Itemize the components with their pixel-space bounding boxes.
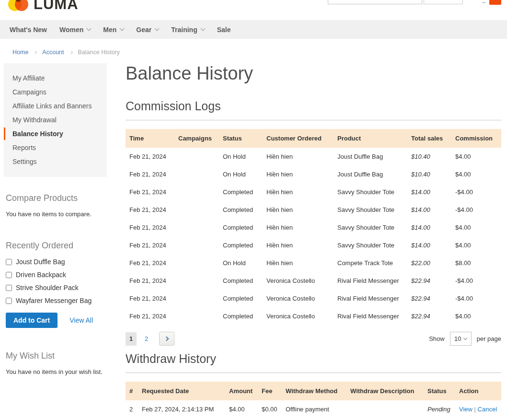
cancel-action-link[interactable]: Cancel xyxy=(478,406,497,413)
cell-campaigns xyxy=(174,183,219,201)
cell-total-sales: $22.94 xyxy=(407,307,451,325)
cell-commission: $8.00 xyxy=(451,254,501,272)
cart-icon[interactable]: ‥ xyxy=(482,0,487,4)
cell-campaigns xyxy=(174,165,219,183)
cell-product: Compete Track Tote xyxy=(334,254,407,272)
nav-item-label: Men xyxy=(103,26,116,34)
sidebar-item-my-withdrawal[interactable]: My Withdrawal xyxy=(4,114,107,126)
cell-status: Completed xyxy=(219,219,263,236)
cell-customer: Hiền hien xyxy=(263,201,334,219)
cell-product: Savvy Shoulder Tote xyxy=(334,183,407,201)
cell-time: Feb 21, 2024 xyxy=(126,219,174,236)
cell-total-sales: $10.40 xyxy=(407,148,451,165)
per-page-value: 10 xyxy=(454,335,461,342)
header-select-box[interactable] xyxy=(424,0,463,4)
cell-status: Completed xyxy=(219,183,263,201)
nav-item-women[interactable]: Women xyxy=(53,26,97,34)
nav-item-training[interactable]: Training xyxy=(165,26,210,34)
cell-total-sales: $14.00 xyxy=(407,201,451,219)
cell-description xyxy=(346,400,424,418)
recently-ordered-item[interactable]: Strive Shoulder Pack xyxy=(4,284,107,292)
chevron-down-icon xyxy=(120,26,125,31)
col-withdraw-method: Withdraw Method xyxy=(282,382,346,400)
nav-item-label: What's New xyxy=(10,26,47,34)
add-to-cart-button[interactable]: Add to Cart xyxy=(6,313,58,328)
col-commission: Commission xyxy=(451,129,501,148)
cell-campaigns xyxy=(174,290,219,307)
col-fee: Fee xyxy=(258,382,282,400)
table-header-row: Time Campaigns Status Customer Ordered P… xyxy=(126,129,501,148)
cell-campaigns xyxy=(174,219,219,236)
cell-product: Savvy Shoulder Tote xyxy=(334,201,407,219)
cell-total-sales: $14.00 xyxy=(407,183,451,201)
nav-item-label: Training xyxy=(171,26,197,34)
sidebar-item-campaigns[interactable]: Campaigns xyxy=(4,86,107,98)
cell-campaigns xyxy=(174,201,219,219)
luma-logo[interactable]: LUMA xyxy=(8,0,79,15)
cart-counter-badge[interactable] xyxy=(489,0,501,5)
breadcrumb-account-link[interactable]: Account xyxy=(42,49,64,56)
nav-item-gear[interactable]: Gear xyxy=(130,26,165,34)
cell-number: 2 xyxy=(126,400,138,418)
cell-time: Feb 21, 2024 xyxy=(126,148,174,165)
table-row: Feb 21, 2024 Completed Hiền hien Savvy S… xyxy=(126,201,501,219)
chevron-right-icon xyxy=(34,50,37,54)
cell-campaigns xyxy=(174,148,219,165)
sidebar-item-balance-history[interactable]: Balance History xyxy=(4,128,107,140)
nav-item-sale[interactable]: Sale xyxy=(211,26,237,34)
cell-customer: Hiền hien xyxy=(263,183,334,201)
cell-campaigns xyxy=(174,272,219,290)
pagination: 1 2 xyxy=(126,332,174,346)
cell-customer: Hiền hien xyxy=(263,236,334,254)
col-time: Time xyxy=(126,129,174,148)
col-product: Product xyxy=(334,129,407,148)
cell-time: Feb 21, 2024 xyxy=(126,272,174,290)
col-status: Status xyxy=(219,129,263,148)
recently-ordered-item[interactable]: Driven Backpack xyxy=(4,271,107,279)
page-title: Balance History xyxy=(126,63,501,84)
cell-product: Joust Duffle Bag xyxy=(334,165,407,183)
breadcrumb-home-link[interactable]: Home xyxy=(12,49,28,56)
table-row: Feb 21, 2024 On Hold Hiền hien Compete T… xyxy=(126,254,501,272)
view-action-link[interactable]: View xyxy=(459,406,472,413)
cell-time: Feb 21, 2024 xyxy=(126,201,174,219)
cell-customer: Veronica Costello xyxy=(263,272,334,290)
cell-status: On Hold xyxy=(219,148,263,165)
sidebar-item-my-affiliate[interactable]: My Affiliate xyxy=(4,72,107,84)
pagination-page-1[interactable]: 1 xyxy=(126,332,137,346)
product-checkbox[interactable] xyxy=(6,285,12,291)
cell-commission: -$4.00 xyxy=(451,201,501,219)
pagination-page-2[interactable]: 2 xyxy=(141,332,152,346)
commission-logs-table: Time Campaigns Status Customer Ordered P… xyxy=(126,129,501,325)
commission-toolbar: 1 2 Show 10 per page xyxy=(126,332,501,346)
product-checkbox[interactable] xyxy=(6,298,12,304)
nav-item-men[interactable]: Men xyxy=(97,26,130,34)
cell-product: Rival Field Messenger xyxy=(334,290,407,307)
sidebar-item-affiliate-links[interactable]: Affiliate Links and Banners xyxy=(4,100,107,112)
nav-item-whats-new[interactable]: What's New xyxy=(3,26,53,34)
cell-requested-date: Feb 27, 2024, 2:14:13 PM xyxy=(138,400,225,418)
product-checkbox[interactable] xyxy=(6,272,12,278)
table-row: 2 Feb 27, 2024, 2:14:13 PM $4.00 $0.00 O… xyxy=(126,400,501,418)
col-withdraw-description: Withdraw Description xyxy=(346,382,424,400)
view-all-link[interactable]: View All xyxy=(69,316,93,324)
cell-time: Feb 21, 2024 xyxy=(126,236,174,254)
product-checkbox[interactable] xyxy=(6,259,12,265)
cell-commission: $4.00 xyxy=(451,219,501,236)
recently-ordered-item[interactable]: Wayfarer Messenger Bag xyxy=(4,297,107,304)
cell-status: On Hold xyxy=(219,165,263,183)
per-page-select[interactable]: 10 xyxy=(450,332,472,346)
recently-ordered-item[interactable]: Joust Duffle Bag xyxy=(4,258,107,266)
wishlist-empty-text: You have no items in your wish list. xyxy=(4,368,107,375)
sidebar-item-settings[interactable]: Settings xyxy=(4,155,107,168)
cell-total-sales: $22.94 xyxy=(407,272,451,290)
sidebar-item-reports[interactable]: Reports xyxy=(4,141,107,154)
cell-time: Feb 21, 2024 xyxy=(126,165,174,183)
main-content: Balance History Commission Logs Time Cam… xyxy=(126,63,501,420)
search-input[interactable] xyxy=(328,0,422,4)
cell-method: Offline payment xyxy=(282,400,346,418)
main-navigation: What's New Women Men Gear Training Sale xyxy=(0,20,507,39)
nav-item-label: Gear xyxy=(136,26,151,34)
pagination-next-button[interactable] xyxy=(159,332,174,346)
cell-commission: $4.00 xyxy=(451,148,501,165)
